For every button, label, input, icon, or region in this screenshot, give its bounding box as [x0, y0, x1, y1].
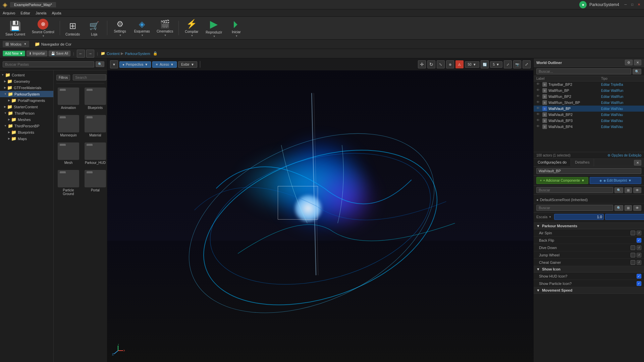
tree-item-thirdpersonbp[interactable]: ▼ 📁 ThirdPersonBP	[0, 123, 53, 129]
modos-button[interactable]: ⊞ Modos ▼	[3, 41, 29, 47]
folder-search-button[interactable]: 🔍	[96, 61, 104, 67]
viewport[interactable]: ▼ ● Perspectiva ▼ ☀ Aceso ▼ Exibir ▼ ✛ ↻…	[107, 58, 533, 362]
save-all-button[interactable]: 💾 Save All	[49, 51, 70, 56]
tree-item-startercontent[interactable]: ▶ 📁 StarterContent	[0, 104, 53, 110]
menu-arquivo[interactable]: Arquivo	[3, 11, 15, 15]
wo-settings-button[interactable]: ⚙	[625, 60, 633, 65]
wo-item-wallrun[interactable]: 👁 B WallRun_BP Editar WallRun	[534, 87, 644, 94]
aceso-button[interactable]: ☀ Aceso ▼	[152, 61, 177, 68]
dp-component-search[interactable]	[536, 205, 613, 211]
save-current-button[interactable]: 💾 Save Current	[3, 18, 28, 38]
add-new-button[interactable]: Add New ▼	[3, 51, 25, 56]
wo-item-wallvault2[interactable]: 👁 B WallVault_BP2 Editar WallVau	[534, 112, 644, 118]
cheat-gainer-reset[interactable]: ↺	[637, 260, 641, 265]
wo-item-wallvault3[interactable]: 👁 B WallVault_BP3 Editar WallVau	[534, 118, 644, 124]
content-item-blueprints[interactable]: Blueprints	[83, 86, 107, 111]
wo-close-button[interactable]: ✕	[634, 60, 641, 65]
content-item-material[interactable]: Material	[83, 114, 107, 138]
dp-eye-button[interactable]: 👁	[633, 187, 641, 193]
importar-button[interactable]: ⬇ Importar	[26, 51, 47, 56]
tree-item-thirdperson[interactable]: ▼ 📁 ThirdPerson	[0, 110, 53, 116]
scale-button[interactable]: ⤡	[437, 60, 445, 68]
scale-x-input[interactable]	[554, 214, 604, 220]
tree-item-content[interactable]: ▼ 📁 Content	[0, 72, 53, 78]
content-item-animation[interactable]: Animation	[56, 86, 80, 111]
tab-detalhes[interactable]: Detalhes	[571, 159, 594, 166]
add-component-button[interactable]: + + Adicionar Componente ▼	[536, 177, 588, 184]
translate-button[interactable]: ✛	[418, 60, 426, 68]
dp-search-input[interactable]	[536, 187, 613, 193]
tree-item-geometry[interactable]: ▶ 📁 Geometry	[0, 78, 53, 84]
content-path-link[interactable]: Content	[107, 52, 120, 56]
snap-settings[interactable]: ⚠	[455, 60, 464, 68]
scale-snap[interactable]: ⤢	[504, 60, 512, 68]
content-item-portal[interactable]: Portal	[83, 169, 107, 197]
parkoursystem-path-link[interactable]: ParkourSystem	[125, 52, 150, 56]
rotate-button[interactable]: ↻	[427, 60, 435, 68]
rotation-snap-value[interactable]: 5 ▼	[490, 61, 502, 68]
wo-search-button[interactable]: 🔍	[633, 69, 641, 74]
jump-wheel-reset[interactable]: ↺	[637, 253, 641, 257]
jump-wheel-checkbox[interactable]	[631, 253, 635, 257]
rotation-snap[interactable]: 🔄	[481, 60, 489, 68]
close-button[interactable]: ✕	[637, 2, 641, 7]
blueprint-name-input[interactable]	[536, 168, 641, 174]
dp-close-button[interactable]: ✕	[634, 160, 641, 166]
component-search-button[interactable]: 🔍	[614, 205, 623, 211]
air-spin-reset[interactable]: ↺	[637, 231, 641, 235]
parkour-movements-header[interactable]: ▼ Parkour Movements	[534, 223, 644, 229]
reproduzir-button[interactable]: ▶ Reproduzir ▼	[203, 18, 225, 38]
minimize-button[interactable]: ─	[623, 2, 628, 7]
viewport-settings-button[interactable]: ▼	[110, 60, 118, 68]
dive-down-reset[interactable]: ↺	[637, 245, 641, 250]
back-flip-checkbox[interactable]	[637, 238, 641, 243]
options-button[interactable]: ⚙ Opções de Exibição	[607, 154, 641, 157]
esquemas-button[interactable]: ◈ Esquemas ▼	[131, 18, 153, 38]
tree-item-blueprints[interactable]: ▶ 📁 Blueprints	[0, 129, 53, 135]
editor-tab[interactable]: ExampleParkour_Map*	[10, 2, 56, 7]
content-item-mesh[interactable]: Mesh	[56, 141, 80, 166]
camera-speed[interactable]: 📷	[513, 60, 521, 68]
source-control-button[interactable]: ⊗ Source Control ▼	[29, 18, 57, 38]
show-particle-checkbox[interactable]	[637, 281, 641, 286]
content-search-input[interactable]	[73, 74, 106, 80]
folder-search-input[interactable]	[3, 61, 94, 67]
menu-ajuda[interactable]: Ajuda	[52, 11, 61, 15]
coord-button[interactable]: ⊕	[446, 60, 454, 68]
dive-down-checkbox[interactable]	[631, 245, 635, 250]
air-spin-checkbox[interactable]	[631, 231, 635, 235]
content-item-mannequin[interactable]: Mannequin	[56, 114, 80, 138]
filters-button[interactable]: Filtros	[56, 75, 70, 80]
maximize-button[interactable]: □	[630, 2, 635, 7]
movement-speed-header[interactable]: ▼ Movement Speed	[534, 287, 644, 294]
exibir-button[interactable]: Exibir ▼	[178, 61, 197, 68]
show-hud-checkbox[interactable]	[637, 274, 641, 279]
tree-item-gtfreematerials[interactable]: ▶ 📁 GTFreeMaterials	[0, 84, 53, 91]
dp-search-button[interactable]: 🔍	[614, 187, 623, 193]
compilar-button[interactable]: ⚡ Compilar ▼	[181, 18, 202, 38]
component-grid-button[interactable]: ⊞	[625, 205, 632, 211]
content-item-particle-ground[interactable]: Particle Ground	[56, 169, 80, 197]
loja-button[interactable]: 🛒 Loja	[84, 18, 104, 38]
wo-search-input[interactable]	[536, 68, 631, 74]
cinematics-button[interactable]: 🎬 Cinematics ▼	[154, 18, 176, 38]
iniciar-button[interactable]: ⏵ Iniciar ▼	[226, 18, 246, 38]
settings-button[interactable]: ⚙ Settings ▼	[110, 18, 130, 38]
tab-configuracoes[interactable]: Configurações do	[534, 159, 571, 166]
wo-item-wallvault[interactable]: 👁 B WallVault_BP Editar WallVau	[534, 106, 644, 112]
wo-item-wallvault4[interactable]: 👁 B WallVault_BP4 Editar WallVau	[534, 124, 644, 130]
tree-item-meshes[interactable]: ▶ 📁 Meshes	[0, 116, 53, 123]
tree-item-parkoursystem[interactable]: ▼ 📁 ParkourSystem	[0, 91, 53, 97]
wo-item-wallrun2[interactable]: 👁 B WallRun_BP2 Editar WallRun	[534, 94, 644, 100]
menu-editar[interactable]: Editar	[20, 11, 30, 15]
show-icon-header[interactable]: ▼ Show Icon	[534, 266, 644, 273]
cheat-gainer-checkbox[interactable]	[631, 260, 635, 265]
wo-item-triplebar[interactable]: 👁 B TripleBar_BP2 Editar TripleBa	[534, 81, 644, 87]
edit-blueprint-button[interactable]: ◈ ◈ Edit Blueprint ▼	[590, 177, 642, 184]
forward-button[interactable]: →	[86, 50, 94, 58]
component-eye-button[interactable]: 👁	[633, 205, 641, 211]
tree-item-maps[interactable]: ▶ 📁 Maps	[0, 135, 53, 142]
scale-y-input[interactable]	[605, 214, 644, 220]
back-button[interactable]: ←	[77, 50, 85, 58]
nav-button[interactable]: 📁 Navegador de Cor	[32, 41, 74, 47]
